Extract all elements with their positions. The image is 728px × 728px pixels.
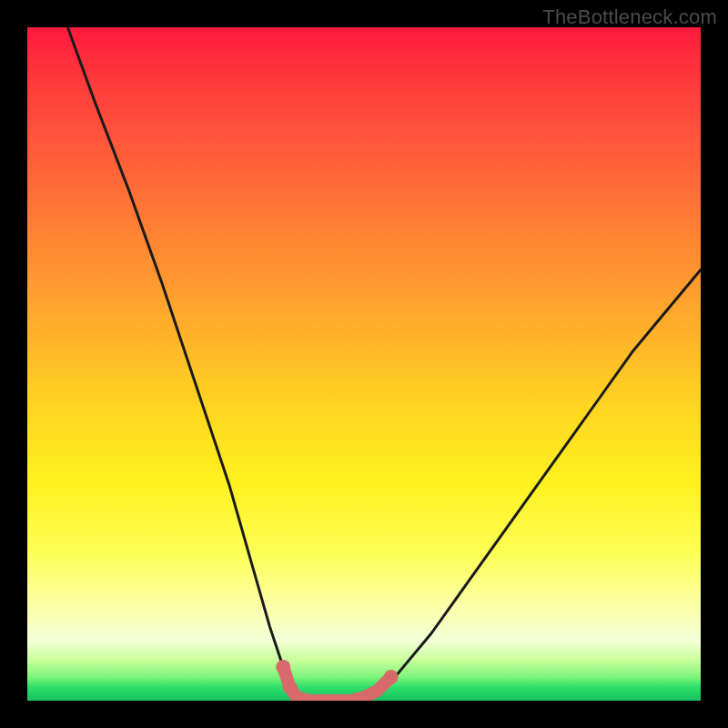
svg-point-0 [276,660,290,674]
bottleneck-curve [67,27,701,701]
svg-point-2 [384,670,399,684]
plot-area [27,27,701,701]
chart-frame: TheBottleneck.com [0,0,728,728]
curve-layer [27,27,701,701]
watermark-text: TheBottleneck.com [542,5,717,29]
highlight-segment [283,667,390,701]
svg-point-1 [283,680,298,694]
